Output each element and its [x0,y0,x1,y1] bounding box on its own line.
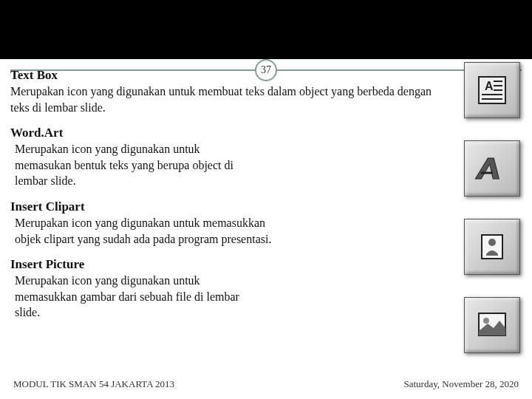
footer-left: MODUL TIK SMAN 54 JAKARTA 2013 [13,378,174,390]
clipart-icon [464,219,520,275]
section-title: Text Box [10,68,522,83]
section-clipart: Insert Clipart Merupakan icon yang digun… [10,200,522,247]
svg-text:A: A [485,80,494,92]
section-body: Merupakan icon yang digunakan untuk mema… [10,215,284,247]
section-wordart: Word.Art Merupakan icon yang digunakan u… [10,126,522,189]
section-picture: Insert Picture Merupakan icon yang digun… [10,257,522,321]
header-blackbar [0,0,532,59]
section-title: Word.Art [10,126,522,140]
svg-point-10 [483,318,489,324]
footer-right: Saturday, November 28, 2020 [404,378,519,390]
section-body: Merupakan icon yang digunakan untuk mema… [10,273,239,321]
section-body: Merupakan icon yang digunakan untuk memb… [10,83,439,115]
section-title: Insert Clipart [10,200,522,214]
section-title: Insert Picture [10,257,522,272]
footer: MODUL TIK SMAN 54 JAKARTA 2013 Saturday,… [13,378,519,390]
picture-icon [464,297,520,353]
section-body: Merupakan icon yang digunakan untuk mema… [10,141,239,189]
svg-point-8 [488,239,496,246]
section-textbox: Text Box Merupakan icon yang digunakan u… [10,68,522,115]
icon-column: A [464,62,520,353]
wordart-icon [464,140,520,197]
content-area: Text Box Merupakan icon yang digunakan u… [10,68,522,331]
textbox-icon: A [464,62,520,118]
